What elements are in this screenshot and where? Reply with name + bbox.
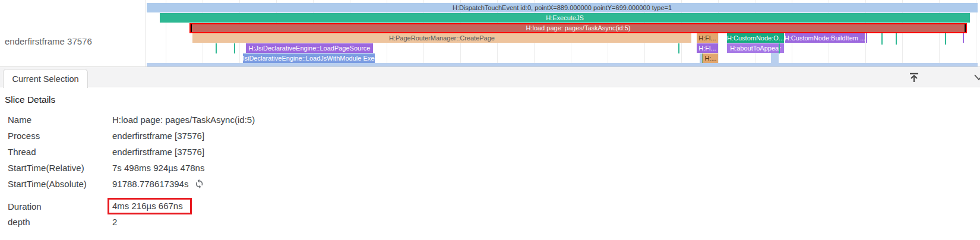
timeline-tick bbox=[945, 33, 946, 45]
timeline-slice[interactable]: H:... bbox=[703, 53, 718, 63]
starttime-absolute-value: 91788.778617394s bbox=[112, 179, 188, 189]
field-label: Process bbox=[8, 131, 112, 141]
field-label: Name bbox=[8, 115, 112, 125]
field-value: enderfirstframe [37576] bbox=[112, 131, 204, 141]
field-label: Thread bbox=[8, 147, 112, 157]
timeline-tick bbox=[866, 33, 867, 43]
timeline-tick bbox=[963, 33, 964, 43]
collapse-to-top-icon[interactable] bbox=[908, 71, 921, 84]
timeline-slice[interactable]: H:Fl... bbox=[697, 43, 718, 53]
field-value: 4ms 216µs 667ns bbox=[112, 198, 192, 214]
track-label: enderfirstframe 37576 bbox=[5, 36, 92, 46]
timeline-slice[interactable]: H:DispatchTouchEvent id:0, pointX=889.00… bbox=[147, 3, 978, 12]
timeline-tick bbox=[896, 33, 897, 45]
field-value: 7s 498ms 924µs 478ns bbox=[112, 163, 204, 173]
timeline-slice[interactable]: H:CustomNode:BuildItem ... bbox=[785, 33, 865, 43]
timeline-slice[interactable]: H:load page: pages/TaskAsync(id:5) bbox=[189, 23, 967, 33]
timeline-slice[interactable]: H:Fl... bbox=[697, 33, 718, 43]
sync-icon[interactable] bbox=[194, 179, 204, 189]
timeline-tick bbox=[234, 43, 235, 53]
field-value: 2 bbox=[112, 217, 117, 227]
field-row-starttime-relative: StartTime(Relative) 7s 498ms 924µs 478ns bbox=[8, 162, 980, 173]
chevron-down-icon[interactable] bbox=[973, 71, 980, 83]
field-value: enderfirstframe [37576] bbox=[112, 147, 204, 157]
timeline-tick bbox=[216, 43, 217, 53]
field-row-process: Process enderfirstframe [37576] bbox=[8, 130, 980, 141]
duration-value: 4ms 216µs 667ns bbox=[112, 201, 183, 211]
timeline-tick bbox=[779, 43, 780, 53]
field-label: depth bbox=[8, 217, 112, 227]
tab-current-selection[interactable]: Current Selection bbox=[3, 69, 88, 88]
field-label: StartTime(Relative) bbox=[8, 163, 112, 173]
field-label: Duration bbox=[8, 201, 112, 211]
field-value: 91788.778617394s bbox=[112, 179, 204, 189]
timeline-slice[interactable]: H:JsiDeclarativeEngine::LoadPageSource bbox=[246, 43, 373, 53]
field-label: StartTime(Absolute) bbox=[8, 179, 112, 189]
timeline-tick bbox=[881, 33, 883, 45]
timeline-slice[interactable]: H:CustomNode:O... bbox=[727, 33, 784, 43]
panel-title: Slice Details bbox=[5, 94, 980, 105]
duration-highlight-box: 4ms 216µs 667ns bbox=[108, 198, 192, 214]
tab-bar: Current Selection bbox=[0, 67, 980, 87]
timeline-slice[interactable]: H:ExecuteJS bbox=[160, 13, 970, 23]
timeline-canvas[interactable]: H:DispatchTouchEvent id:0, pointX=889.00… bbox=[146, 0, 980, 67]
timeline-slice[interactable]: H:JsiDeclarativeEngine::LoadJsWithModule… bbox=[243, 53, 375, 63]
field-row-starttime-absolute: StartTime(Absolute) 91788.778617394s bbox=[8, 178, 980, 189]
timeline-slice[interactable]: H:aboutToAppear bbox=[727, 43, 784, 53]
timeline-slice[interactable]: H:PageRouterManager::CreatePage bbox=[192, 33, 691, 43]
trace-viewer: enderfirstframe 37576 H:DispatchTouchEve… bbox=[0, 0, 980, 240]
slice-details-panel: Slice Details Name H:load page: pages/Ta… bbox=[0, 88, 980, 232]
timeline-tick bbox=[678, 43, 679, 53]
field-row-thread: Thread enderfirstframe [37576] bbox=[8, 146, 980, 157]
field-value: H:load page: pages/TaskAsync(id:5) bbox=[112, 115, 255, 125]
timeline-slice-fragment[interactable] bbox=[771, 53, 779, 63]
slice-details-table: Name H:load page: pages/TaskAsync(id:5) … bbox=[8, 114, 980, 227]
field-row-name: Name H:load page: pages/TaskAsync(id:5) bbox=[8, 114, 980, 125]
field-row-duration: Duration 4ms 216µs 667ns bbox=[8, 198, 980, 214]
field-row-depth: depth 2 bbox=[8, 216, 980, 227]
tab-label: Current Selection bbox=[12, 74, 78, 84]
